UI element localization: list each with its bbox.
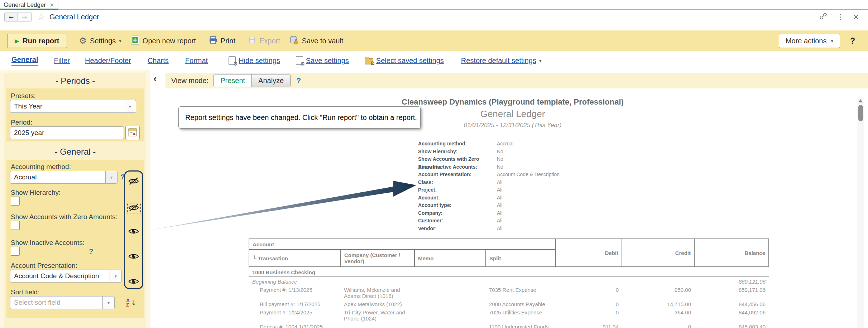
transaction-row: Payment #: 1/24/2025Tri-City Power, Wate… [249, 308, 769, 323]
hide-settings-link[interactable]: ⚙ Hide settings [229, 56, 280, 65]
chevron-down-icon[interactable]: ▾ [102, 296, 114, 309]
save-settings-link[interactable]: ⚙ Save settings [296, 56, 349, 65]
eye-off-icon[interactable] [128, 177, 140, 186]
col-header-credit: Credit [622, 239, 694, 267]
tab-format[interactable]: Format [185, 57, 208, 65]
col-header-split: Split [486, 250, 556, 267]
settings-tabs-row: General Filter Header/Footer Charts Form… [0, 51, 868, 70]
period-input[interactable]: 2025 year [10, 126, 124, 139]
settings-menu-button[interactable]: ⚙ Settings ▾ [79, 37, 121, 45]
scrollbar-thumb[interactable] [858, 105, 863, 121]
tab-header-footer[interactable]: Header/Footer [85, 57, 131, 65]
report-param-label: Vendor: [418, 225, 497, 233]
view-mode-analyze-button[interactable]: Analyze [251, 74, 290, 87]
report-param-label: Show Inactive Accounts: [418, 163, 497, 171]
print-button[interactable]: Print [209, 36, 235, 46]
scroll-up-icon[interactable] [858, 99, 863, 102]
more-actions-button[interactable]: More actions ▾ [779, 34, 840, 48]
report-main-area: ‹ View mode: Present Analyze ? Cleanswee… [150, 70, 868, 328]
show-inactive-checkbox[interactable] [11, 247, 20, 256]
account-presentation-label: Account Presentation: [11, 262, 77, 270]
sort-direction-icon[interactable]: AZ ↓ [126, 298, 137, 307]
general-fields: Accounting method: Accrual ▾ ? Show Hier… [6, 160, 144, 318]
show-inactive-help[interactable]: ? [89, 247, 93, 256]
view-mode-present-button[interactable]: Present [214, 74, 251, 87]
toolbar-help-button[interactable]: ? [850, 36, 855, 46]
show-zero-label: Show Accounts with Zero Amounts: [11, 213, 118, 221]
chevron-down-icon[interactable]: ▾ [105, 171, 117, 183]
settings-doc-icon: ⚙ [229, 56, 236, 65]
period-calendar-button[interactable] [125, 126, 140, 140]
cell-memo [414, 286, 486, 300]
link-icon[interactable] [819, 12, 828, 22]
account-presentation-select[interactable]: Account Code & Description ▾ [10, 270, 122, 283]
sort-field-select[interactable]: Select sort field ▾ [10, 296, 115, 309]
report-param-row: Company:All [418, 209, 560, 217]
eye-off-icon[interactable] [128, 204, 140, 212]
tab-filter[interactable]: Filter [54, 57, 69, 65]
report-scrollbar[interactable] [857, 97, 864, 328]
cell-transaction: Bill payment #: 1/17/2025 [249, 300, 341, 308]
chevron-down-icon: ▾ [119, 38, 121, 44]
chevron-down-icon[interactable]: ▾ [110, 270, 121, 282]
eye-icon[interactable] [128, 278, 140, 286]
col-header-balance: Balance [694, 239, 769, 267]
report-param-label: Account type: [418, 202, 497, 209]
report-param-row: Customer:All [418, 217, 560, 225]
cell-transaction: Deposit #: 1004 1/31/2025 [249, 323, 341, 328]
eye-icon[interactable] [128, 252, 140, 261]
tab-title: General Ledger [4, 1, 46, 9]
cell-debit: 0 [556, 308, 622, 323]
forward-button[interactable]: → [18, 13, 32, 21]
open-new-report-button[interactable]: Open new report [131, 35, 196, 47]
cell-split: 7025 Utilities Expense [486, 308, 556, 323]
back-button[interactable]: ← [4, 13, 18, 21]
accounting-method-select[interactable]: Accrual ▾ [10, 171, 118, 184]
gear-icon: ⚙ [79, 37, 87, 45]
run-report-button[interactable]: ▶ Run report [7, 34, 67, 48]
presets-select[interactable]: This Year ▾ [10, 100, 136, 113]
period-label: Period: [11, 119, 32, 126]
close-tab-icon[interactable]: × [49, 2, 54, 8]
tab-general[interactable]: General [11, 56, 38, 66]
favorite-star-icon[interactable]: ☆ [37, 11, 45, 22]
report-param-value: All [497, 225, 503, 233]
col-header-transaction: └ Transaction [249, 250, 341, 267]
show-hierarchy-checkbox[interactable] [11, 197, 20, 206]
tab-general-ledger[interactable]: General Ledger × [0, 0, 58, 10]
view-mode-label: View mode: [171, 77, 208, 85]
report-param-label: Show Accounts with Zero Amounts: [418, 155, 497, 163]
select-saved-settings-link[interactable]: ⚙ Select saved settings [365, 57, 444, 65]
show-hierarchy-label: Show Hierarchy: [11, 189, 61, 197]
collapse-sidebar-button[interactable]: ‹ [153, 73, 157, 84]
report-param-value: All [497, 179, 503, 187]
view-mode-help-button[interactable]: ? [296, 76, 301, 85]
transaction-row: Deposit #: 1004 1/31/20251100 Undeposite… [249, 323, 769, 328]
beginning-balance-value: 860,121.06 [694, 277, 769, 286]
eye-icon[interactable] [128, 227, 140, 236]
cell-debit: 911.34 [556, 323, 622, 328]
report-param-label: Class: [418, 179, 497, 187]
report-param-label: Accounting method: [418, 140, 497, 148]
save-to-vault-button[interactable]: Save to vault [289, 35, 344, 47]
report-param-label: Account: [418, 194, 497, 202]
restore-default-settings-link[interactable]: Restore default settings ▾ [461, 57, 542, 65]
tab-charts[interactable]: Charts [148, 57, 169, 65]
chevron-down-icon[interactable]: ▾ [124, 100, 136, 112]
cell-credit: 950.00 [622, 286, 694, 300]
report-param-label: Customer: [418, 217, 497, 225]
export-button[interactable]: Export [248, 36, 280, 46]
cell-memo [414, 308, 486, 323]
report-param-label: Project: [418, 186, 497, 194]
window-close-icon[interactable]: × [853, 13, 859, 21]
general-panel-title: - General - [4, 144, 146, 157]
report-changed-notification: Report settings have been changed. Click… [178, 106, 421, 129]
report-param-label: Show Hierarchy: [418, 148, 497, 156]
show-inactive-label: Show Inactive Accounts: [11, 239, 85, 247]
cell-debit: 0 [556, 300, 622, 308]
report-param-value: All [497, 202, 503, 209]
report-table: Account Debit Credit Balance └ Transacti… [249, 238, 769, 328]
show-zero-checkbox[interactable] [11, 221, 20, 230]
kebab-menu-icon[interactable]: ⋮ [837, 13, 844, 21]
presets-label: Presets: [11, 92, 36, 100]
